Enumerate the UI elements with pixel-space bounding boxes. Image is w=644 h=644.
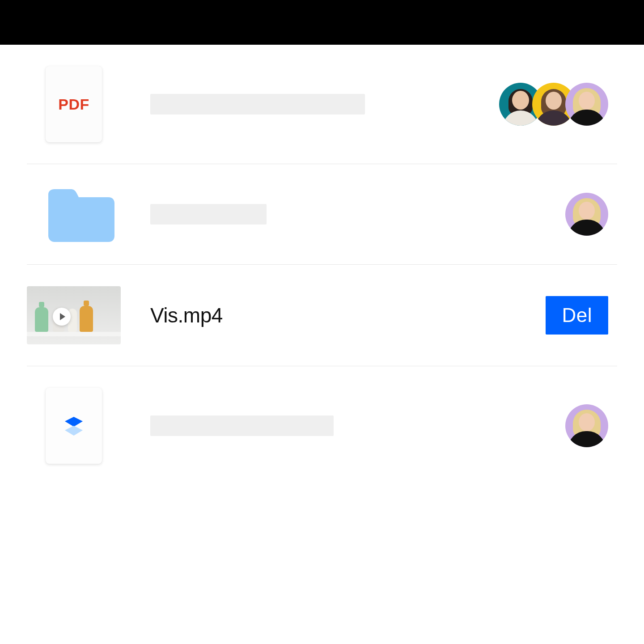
paper-doc-tile-icon [46,388,102,464]
svg-marker-1 [65,426,83,436]
pdf-tile-icon: PDF [46,66,102,142]
pdf-badge-text: PDF [58,96,89,113]
file-row[interactable]: Vis.mp4 Del [27,265,617,366]
row-action: Del [465,296,617,335]
file-name [150,94,440,114]
file-thumbnail [27,286,125,344]
name-placeholder [150,415,334,436]
dropbox-paper-icon [62,414,85,437]
file-name-text: Vis.mp4 [150,303,223,327]
avatar[interactable] [565,83,608,126]
name-placeholder [150,204,267,225]
avatar[interactable] [565,404,608,447]
file-name: Vis.mp4 [150,303,440,327]
file-row[interactable] [27,164,617,265]
file-list: PDF [0,45,644,485]
avatar[interactable] [565,193,608,236]
share-button[interactable]: Del [546,296,608,335]
file-name [150,415,440,436]
collaborators [465,193,617,236]
folder-icon [46,186,117,243]
file-row[interactable] [27,366,617,485]
svg-marker-0 [65,417,83,427]
collaborators [465,404,617,447]
avatar-stack[interactable] [499,83,608,126]
file-thumbnail [27,388,125,464]
avatar-stack[interactable] [565,193,608,236]
play-icon[interactable] [53,308,71,326]
video-thumbnail[interactable] [27,286,121,344]
collaborators [465,83,617,126]
avatar-stack[interactable] [565,404,608,447]
file-name [150,204,440,225]
top-bar [0,0,644,45]
file-thumbnail: PDF [27,66,125,142]
file-thumbnail [27,186,125,243]
file-row[interactable]: PDF [27,45,617,164]
name-placeholder [150,94,365,114]
